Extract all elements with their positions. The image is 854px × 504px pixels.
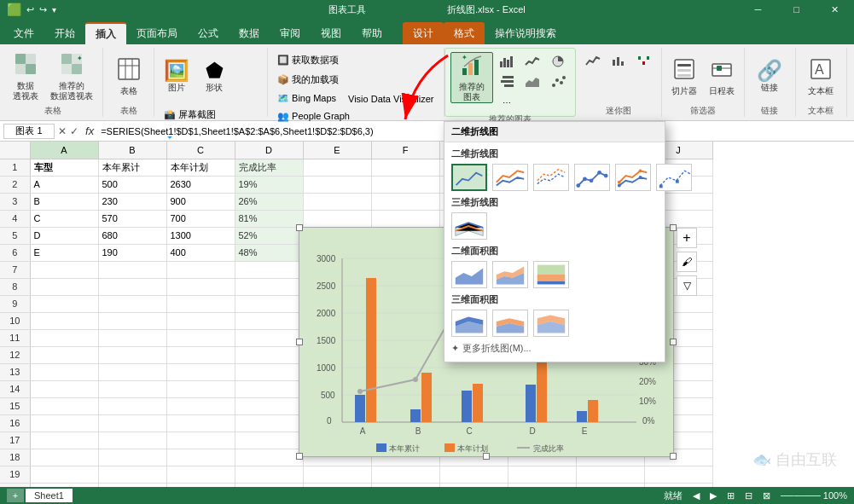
cell-B15[interactable]: [98, 397, 166, 414]
cell-A12[interactable]: [30, 346, 98, 363]
page-break-btn[interactable]: ⊠: [763, 490, 770, 501]
chart-handle-tl[interactable]: [296, 224, 303, 231]
cell-B6[interactable]: 190: [98, 244, 166, 261]
row-header-18[interactable]: 18: [0, 449, 30, 466]
cell-D11[interactable]: [235, 329, 303, 346]
tab-help[interactable]: 帮助: [351, 22, 392, 44]
cell-B16[interactable]: [98, 414, 166, 432]
cell-B12[interactable]: [98, 346, 166, 363]
chart-handle-bm[interactable]: [483, 453, 490, 460]
line-chart-btn[interactable]: [520, 52, 544, 71]
row-header-11[interactable]: 11: [0, 329, 30, 346]
scroll-right-btn[interactable]: ▶: [710, 490, 717, 501]
cell-D14[interactable]: [235, 380, 303, 397]
formula-bar-cancel-icon[interactable]: ✕: [58, 125, 67, 137]
cell-D10[interactable]: [235, 312, 303, 329]
cell-F1[interactable]: [371, 159, 439, 176]
cell-D6[interactable]: 48%: [235, 244, 303, 261]
cell-B8[interactable]: [98, 278, 166, 295]
more-line-charts-btn[interactable]: ✦ 更多折线图(M)...: [451, 342, 658, 355]
tab-data[interactable]: 数据: [229, 22, 270, 44]
cell-I19[interactable]: [576, 466, 644, 483]
cell-B1[interactable]: 本年累计: [98, 159, 166, 176]
cell-C18[interactable]: [166, 449, 235, 466]
cell-A15[interactable]: [30, 397, 98, 414]
chart-handle-tr[interactable]: [670, 224, 677, 231]
table-btn[interactable]: 表格: [112, 51, 146, 102]
screenshot-btn[interactable]: 📸 屏幕截图: [160, 106, 220, 124]
line-marker-btn[interactable]: [574, 164, 610, 191]
cell-A19[interactable]: [30, 466, 98, 483]
cell-J19[interactable]: [644, 466, 712, 483]
pie-chart-btn[interactable]: [546, 52, 570, 71]
row-header-2[interactable]: 2: [0, 176, 30, 193]
cell-E2[interactable]: [303, 176, 371, 193]
cell-D15[interactable]: [235, 397, 303, 414]
cell-A3[interactable]: B: [30, 193, 98, 210]
cell-B18[interactable]: [98, 449, 166, 466]
minichart-win-btn[interactable]: [632, 51, 656, 70]
timeline-btn[interactable]: 日程表: [705, 51, 739, 102]
cell-B3[interactable]: 230: [98, 193, 166, 210]
area-basic-btn[interactable]: [451, 261, 487, 288]
cell-E19[interactable]: [303, 466, 371, 483]
col-header-C[interactable]: C: [166, 142, 235, 159]
cell-A14[interactable]: [30, 380, 98, 397]
more-charts-btn[interactable]: ⋯: [495, 93, 519, 112]
cell-B10[interactable]: [98, 312, 166, 329]
col-header-B[interactable]: B: [98, 142, 166, 159]
3d-area-stacked-btn[interactable]: [492, 310, 528, 337]
tab-design[interactable]: 设计: [403, 22, 444, 44]
bing-maps-btn[interactable]: 🗺️ Bing Maps: [273, 90, 340, 107]
cell-C12[interactable]: [166, 346, 235, 363]
scroll-left-btn[interactable]: ◀: [693, 490, 700, 501]
tab-search[interactable]: 操作说明搜索: [485, 22, 566, 44]
cell-E1[interactable]: [303, 159, 371, 176]
tab-insert[interactable]: 插入: [85, 22, 126, 44]
3d-area-100pct-btn[interactable]: [533, 310, 569, 337]
cell-A17[interactable]: [30, 432, 98, 449]
normal-view-btn[interactable]: ⊞: [727, 490, 735, 501]
chart-filter-btn[interactable]: ▽: [677, 275, 697, 296]
minimize-btn[interactable]: ─: [739, 0, 777, 19]
cell-D8[interactable]: [235, 278, 303, 295]
row-header-16[interactable]: 16: [0, 414, 30, 432]
textbox-btn[interactable]: A 文本框: [804, 51, 838, 102]
cell-F19[interactable]: [371, 466, 439, 483]
recommended-pivot-btn[interactable]: ✦ 推荐的数据透视表: [46, 51, 97, 102]
slicer-btn[interactable]: 切片器: [667, 51, 701, 102]
area-stacked-btn[interactable]: [492, 261, 528, 288]
cell-D5[interactable]: 52%: [235, 227, 303, 244]
cell-C7[interactable]: [166, 261, 235, 278]
row-header-4[interactable]: 4: [0, 210, 30, 227]
cell-C15[interactable]: [166, 397, 235, 414]
cell-A1[interactable]: 车型: [30, 159, 98, 176]
line-100pct-btn[interactable]: [533, 164, 569, 191]
cell-A7[interactable]: [30, 261, 98, 278]
cell-C1[interactable]: 本年计划: [166, 159, 235, 176]
chart-handle-ml[interactable]: [296, 339, 303, 345]
line-100pct-marker-btn[interactable]: [656, 164, 692, 191]
cell-B4[interactable]: 570: [98, 210, 166, 227]
3d-area-basic-btn[interactable]: [451, 310, 487, 337]
row-header-3[interactable]: 3: [0, 193, 30, 210]
chart-handle-mr[interactable]: [670, 339, 677, 345]
cell-B11[interactable]: [98, 329, 166, 346]
bar-chart-btn[interactable]: [495, 72, 519, 91]
maximize-btn[interactable]: □: [777, 0, 816, 19]
cell-B5[interactable]: 680: [98, 227, 166, 244]
area-100pct-btn[interactable]: [533, 261, 569, 288]
cell-C5[interactable]: 1300: [166, 227, 235, 244]
cell-A9[interactable]: [30, 295, 98, 312]
zoom-slider[interactable]: ────── 100%: [781, 490, 847, 501]
row-header-7[interactable]: 7: [0, 261, 30, 278]
quick-access-redo[interactable]: ↪: [39, 4, 47, 15]
col-header-D[interactable]: D: [235, 142, 303, 159]
get-addins-btn[interactable]: 🔲 获取数据项: [273, 51, 343, 69]
cell-D12[interactable]: [235, 346, 303, 363]
cell-F3[interactable]: [371, 193, 439, 210]
cell-D19[interactable]: [235, 466, 303, 483]
cell-D7[interactable]: [235, 261, 303, 278]
3d-line-btn[interactable]: [451, 212, 487, 240]
row-header-13[interactable]: 13: [0, 363, 30, 380]
